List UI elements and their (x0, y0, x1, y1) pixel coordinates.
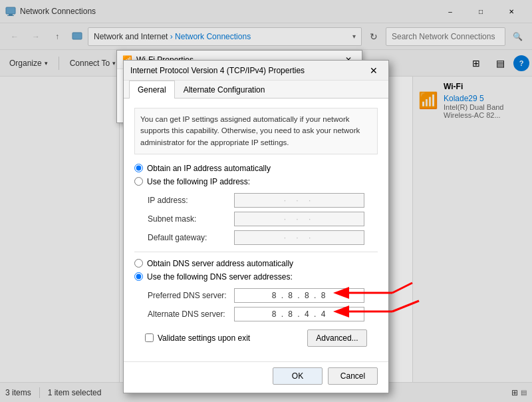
tab-bar: General Alternate Configuration (124, 81, 388, 99)
tcp-ipv4-dialog: Internet Protocol Version 4 (TCP/IPv4) P… (123, 60, 389, 393)
subnet-mask-input[interactable]: · · · (234, 212, 364, 226)
dns-fields: Preferred DNS server: 8 . 8 . 8 . 8 Alte… (134, 288, 378, 321)
alternate-dns-input[interactable]: 8 . 8 . 4 . 4 (234, 307, 364, 321)
advanced-button[interactable]: Advanced... (307, 329, 367, 347)
preferred-dns-row: Preferred DNS server: 8 . 8 . 8 . 8 (134, 288, 378, 303)
alternate-dns-row: Alternate DNS server: 8 . 8 . 4 . 4 (134, 307, 378, 321)
default-gateway-label: Default gateway: (148, 233, 234, 242)
subnet-mask-row: Subnet mask: · · · (134, 212, 378, 226)
tcp-close-button[interactable]: ✕ (366, 63, 382, 79)
default-gateway-row: Default gateway: · · · (134, 230, 378, 245)
obtain-auto-label[interactable]: Obtain an IP address automatically (147, 164, 271, 173)
validate-checkbox[interactable] (145, 333, 154, 342)
radio-use-following-item: Use the following IP address: (134, 177, 378, 186)
use-following-label[interactable]: Use the following IP address: (147, 177, 250, 186)
preferred-dns-input[interactable]: 8 . 8 . 8 . 8 (234, 288, 364, 303)
tab-general[interactable]: General (129, 81, 175, 99)
validate-label[interactable]: Validate settings upon exit (158, 333, 250, 343)
cancel-button[interactable]: Cancel (328, 367, 378, 385)
dns-radio-group: Obtain DNS server address automatically … (134, 259, 378, 282)
dns-auto-radio[interactable] (134, 259, 143, 268)
radio-obtain-auto-item: Obtain an IP address automatically (134, 164, 378, 173)
obtain-auto-radio[interactable] (134, 164, 143, 172)
dns-manual-radio[interactable] (134, 272, 143, 281)
radio-dns-manual-item: Use the following DNS server addresses: (134, 272, 378, 282)
ip-address-label: IP address: (148, 196, 234, 205)
tab-alternate-config[interactable]: Alternate Configuration (175, 81, 274, 99)
radio-dns-auto-item: Obtain DNS server address automatically (134, 259, 378, 268)
ip-radio-group: Obtain an IP address automatically Use t… (134, 164, 378, 186)
default-gateway-input[interactable]: · · · (234, 230, 364, 245)
preferred-dns-label: Preferred DNS server: (148, 291, 234, 300)
dns-auto-label[interactable]: Obtain DNS server address automatically (147, 259, 293, 268)
subnet-mask-label: Subnet mask: (148, 214, 234, 224)
ip-address-input[interactable]: · · · (234, 193, 364, 208)
tcp-titlebar: Internet Protocol Version 4 (TCP/IPv4) P… (124, 61, 388, 81)
tcp-dialog-buttons: OK Cancel (124, 361, 388, 393)
divider-1 (134, 252, 378, 252)
alternate-dns-label: Alternate DNS server: (148, 309, 234, 319)
validate-row: Validate settings upon exit Advanced... (134, 329, 378, 347)
dns-manual-label[interactable]: Use the following DNS server addresses: (147, 272, 293, 282)
use-following-radio[interactable] (134, 177, 143, 186)
ip-fields: IP address: · · · Subnet mask: · · · Def… (134, 193, 378, 245)
ok-button[interactable]: OK (273, 367, 323, 385)
ip-address-row: IP address: · · · (134, 193, 378, 208)
tcp-dialog-title: Internet Protocol Version 4 (TCP/IPv4) P… (130, 66, 366, 75)
tcp-description: You can get IP settings assigned automat… (134, 108, 378, 154)
alternate-dns-value: 8 . 8 . 4 . 4 (272, 309, 327, 319)
preferred-dns-value: 8 . 8 . 8 . 8 (272, 291, 327, 300)
tcp-dialog-content: You can get IP settings assigned automat… (124, 99, 388, 361)
